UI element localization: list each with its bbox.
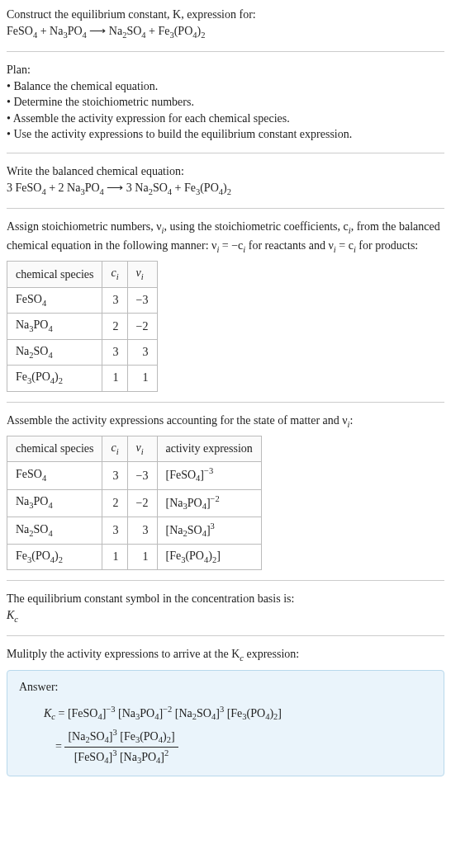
answer-box: Answer: Kc = [FeSO4]−3 [Na3PO4]−2 [Na2SO… bbox=[7, 670, 444, 776]
prompt-section: Construct the equilibrium constant, K, e… bbox=[7, 7, 444, 41]
divider bbox=[7, 51, 444, 52]
vi-cell: −2 bbox=[127, 314, 157, 339]
plan-bullet: • Determine the stoichiometric numbers. bbox=[7, 94, 444, 111]
multiply-text: Mulitply the activity expressions to arr… bbox=[7, 646, 444, 664]
activity-cell: [FeSO4]−3 bbox=[157, 462, 261, 489]
species-cell: Na3PO4 bbox=[7, 314, 102, 339]
balanced-equation: 3 FeSO4 + 2 Na3PO4 ⟶ 3 Na2SO4 + Fe3(PO4)… bbox=[7, 180, 444, 198]
ci-cell: 1 bbox=[102, 544, 127, 569]
plan-title: Plan: bbox=[7, 62, 444, 78]
activity-cell: [Na2SO4]3 bbox=[157, 517, 261, 544]
table-row: FeSO4 3 −3 bbox=[7, 287, 158, 313]
col-species: chemical species bbox=[7, 262, 102, 287]
species-cell: FeSO4 bbox=[7, 287, 102, 313]
ci-cell: 2 bbox=[102, 314, 127, 339]
table-row: Fe3(PO4)2 1 1 [Fe3(PO4)2] bbox=[7, 544, 262, 569]
answer-line2: = [Na2SO4]3 [Fe3(PO4)2] [FeSO4]3 [Na3PO4… bbox=[55, 727, 432, 767]
multiply-section: Mulitply the activity expressions to arr… bbox=[7, 646, 444, 776]
species-cell: Fe3(PO4)2 bbox=[7, 544, 102, 569]
answer-line1: Kc = [FeSO4]−3 [Na3PO4]−2 [Na2SO4]3 [Fe3… bbox=[44, 704, 432, 724]
vi-cell: 1 bbox=[127, 366, 157, 391]
ci-cell: 3 bbox=[102, 462, 127, 489]
balanced-section: Write the balanced chemical equation: 3 … bbox=[7, 163, 444, 198]
col-ci: ci bbox=[102, 262, 127, 287]
col-ci: ci bbox=[102, 436, 127, 462]
answer-fraction: [Na2SO4]3 [Fe3(PO4)2] [FeSO4]3 [Na3PO4]2 bbox=[64, 727, 178, 767]
ci-cell: 2 bbox=[102, 489, 127, 517]
ci-cell: 3 bbox=[102, 287, 127, 313]
plan-bullet: • Balance the chemical equation. bbox=[7, 78, 444, 95]
fraction-numerator: [Na2SO4]3 [Fe3(PO4)2] bbox=[64, 727, 178, 748]
divider bbox=[7, 402, 444, 403]
prompt-line1: Construct the equilibrium constant, K, e… bbox=[7, 7, 444, 23]
table-header-row: chemical species ci νi bbox=[7, 262, 158, 287]
eqsym-section: The equilibrium constant symbol in the c… bbox=[7, 591, 444, 625]
ci-cell: 1 bbox=[102, 366, 127, 391]
col-activity: activity expression bbox=[157, 436, 261, 462]
activity-table: chemical species ci νi activity expressi… bbox=[7, 436, 262, 570]
activity-cell: [Fe3(PO4)2] bbox=[157, 544, 261, 569]
species-cell: Fe3(PO4)2 bbox=[7, 366, 102, 391]
species-cell: Na3PO4 bbox=[7, 489, 102, 517]
assign-section: Assign stoichiometric numbers, νi, using… bbox=[7, 219, 444, 391]
plan-section: Plan: • Balance the chemical equation. •… bbox=[7, 62, 444, 143]
table-row: Na3PO4 2 −2 [Na3PO4]−2 bbox=[7, 489, 262, 517]
col-species: chemical species bbox=[7, 436, 102, 462]
assign-text: Assign stoichiometric numbers, νi, using… bbox=[7, 219, 444, 256]
vi-cell: 3 bbox=[127, 339, 157, 365]
table-row: Na3PO4 2 −2 bbox=[7, 314, 158, 339]
table-row: FeSO4 3 −3 [FeSO4]−3 bbox=[7, 462, 262, 489]
eqsym-symbol: Kc bbox=[7, 607, 444, 625]
fraction-denominator: [FeSO4]3 [Na3PO4]2 bbox=[64, 748, 178, 767]
vi-cell: −3 bbox=[127, 287, 157, 313]
species-cell: Na2SO4 bbox=[7, 339, 102, 365]
answer-expression: Kc = [FeSO4]−3 [Na3PO4]−2 [Na2SO4]3 [Fe3… bbox=[44, 704, 432, 767]
activity-cell: [Na3PO4]−2 bbox=[157, 489, 261, 517]
stoich-table: chemical species ci νi FeSO4 3 −3 Na3PO4… bbox=[7, 261, 158, 391]
vi-cell: 1 bbox=[127, 544, 157, 569]
eqsym-line1: The equilibrium constant symbol in the c… bbox=[7, 591, 444, 607]
ci-cell: 3 bbox=[102, 517, 127, 544]
species-cell: FeSO4 bbox=[7, 462, 102, 489]
assemble-section: Assemble the activity expressions accoun… bbox=[7, 413, 444, 571]
plan-bullet: • Use the activity expressions to build … bbox=[7, 126, 444, 143]
species-cell: Na2SO4 bbox=[7, 517, 102, 544]
vi-cell: −3 bbox=[127, 462, 157, 489]
vi-cell: 3 bbox=[127, 517, 157, 544]
col-vi: νi bbox=[127, 436, 157, 462]
table-row: Na2SO4 3 3 [Na2SO4]3 bbox=[7, 517, 262, 544]
answer-label: Answer: bbox=[19, 679, 432, 696]
table-header-row: chemical species ci νi activity expressi… bbox=[7, 436, 262, 462]
balanced-title: Write the balanced chemical equation: bbox=[7, 163, 444, 180]
table-row: Fe3(PO4)2 1 1 bbox=[7, 366, 158, 391]
prompt-equation: FeSO4 + Na3PO4 ⟶ Na2SO4 + Fe3(PO4)2 bbox=[7, 23, 444, 41]
col-vi: νi bbox=[127, 262, 157, 287]
table-row: Na2SO4 3 3 bbox=[7, 339, 158, 365]
divider bbox=[7, 635, 444, 636]
plan-bullet: • Assemble the activity expression for e… bbox=[7, 111, 444, 127]
divider bbox=[7, 580, 444, 581]
ci-cell: 3 bbox=[102, 339, 127, 365]
divider bbox=[7, 153, 444, 153]
divider bbox=[7, 208, 444, 209]
assemble-text: Assemble the activity expressions accoun… bbox=[7, 413, 444, 431]
vi-cell: −2 bbox=[127, 489, 157, 517]
